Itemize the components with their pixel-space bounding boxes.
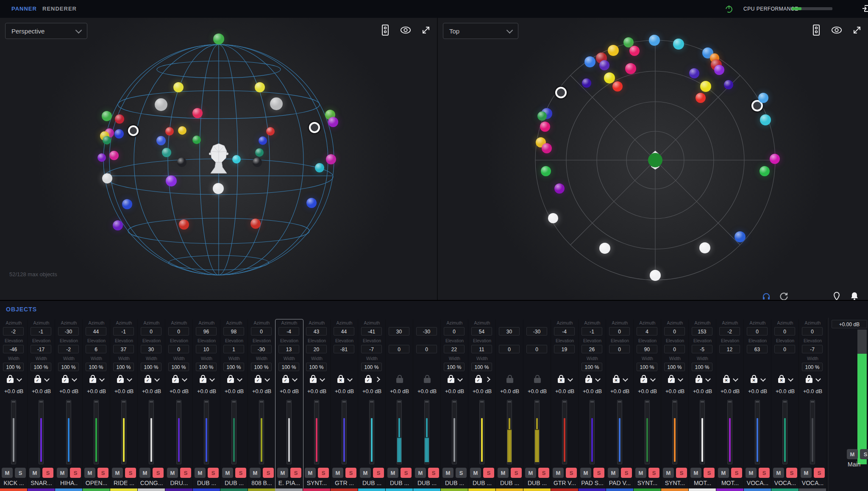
lock-icon[interactable] [396, 378, 403, 383]
object-fader[interactable] [562, 400, 567, 464]
lock-icon[interactable]: ✓ [640, 378, 647, 383]
mute-button[interactable]: M [470, 468, 481, 478]
elevation-value[interactable]: -30 [251, 345, 272, 353]
object-fader[interactable] [782, 400, 787, 464]
object-strip[interactable]: Azimuth-4Elevation19 ✕ +0.0 dB M S GTR V… [551, 319, 579, 491]
object-fader[interactable] [231, 400, 236, 464]
audio-object-ball[interactable] [192, 136, 201, 144]
elevation-value[interactable]: 0 [389, 345, 409, 353]
width-value[interactable]: 100 % [3, 363, 24, 371]
audio-object-ball[interactable] [542, 143, 552, 153]
width-value[interactable]: 100 % [692, 363, 712, 371]
elevation-value[interactable]: 6 [86, 345, 106, 353]
object-fader[interactable] [672, 400, 677, 464]
object-fader[interactable] [121, 400, 126, 464]
audio-object-ball[interactable] [326, 154, 336, 164]
solo-button[interactable]: S [814, 468, 825, 478]
solo-button[interactable]: S [180, 468, 191, 478]
chevron-down-icon[interactable] [347, 376, 353, 382]
object-strip[interactable]: Azimuth153Elevation-5Width100 % ✓ +0.0 d… [689, 319, 716, 491]
mute-button[interactable]: M [801, 468, 812, 478]
width-value[interactable]: 100 % [471, 363, 492, 371]
solo-button[interactable]: S [566, 468, 577, 478]
lock-icon[interactable]: ✕ [337, 378, 344, 383]
width-value[interactable]: 100 % [664, 363, 685, 371]
chevron-down-icon[interactable] [209, 376, 215, 382]
main-gain-value[interactable]: +0.00 dB [832, 320, 867, 328]
azimuth-value[interactable]: 44 [334, 327, 354, 336]
audio-object-ball[interactable] [253, 158, 262, 167]
object-fader[interactable] [287, 400, 292, 464]
azimuth-value[interactable]: 0 [141, 327, 161, 336]
object-strip[interactable]: Azimuth44Elevation-81 ✕ +0.0 dB M S GTR … [331, 319, 358, 491]
object-fader[interactable] [259, 400, 264, 464]
lock-icon[interactable] [424, 378, 431, 383]
solo-button[interactable]: S [731, 468, 742, 478]
object-strip[interactable]: Azimuth-41Elevation-7Width100 % ✓ +0.0 d… [358, 319, 386, 491]
lock-icon[interactable]: ✕ [778, 378, 785, 383]
audio-object-ball[interactable] [250, 219, 261, 229]
width-value[interactable]: 100 % [223, 363, 244, 371]
elevation-value[interactable]: 19 [554, 345, 575, 353]
lock-icon[interactable]: ✓ [696, 378, 702, 383]
object-strip[interactable]: Azimuth96Elevation10Width100 % ✓ +0.0 dB… [193, 319, 220, 491]
lock-icon[interactable]: ✕ [723, 378, 730, 383]
object-gain-value[interactable]: +0.0 dB [771, 388, 799, 394]
width-value[interactable]: 100 % [196, 363, 217, 371]
mute-button[interactable]: M [360, 468, 371, 478]
object-strip[interactable]: Azimuth-2Elevation-46Width100 % ✓ +0.0 d… [0, 319, 28, 491]
object-gain-value[interactable]: +0.0 dB [193, 388, 220, 394]
chevron-down-icon[interactable] [182, 376, 187, 382]
elevation-value[interactable]: -7 [802, 345, 823, 353]
solo-button[interactable]: S [42, 468, 53, 478]
audio-object-ball[interactable] [173, 82, 184, 92]
elevation-value[interactable]: -5 [692, 345, 712, 353]
main-solo-button[interactable]: S [860, 449, 868, 459]
elevation-value[interactable]: 0 [416, 345, 437, 353]
object-strip[interactable]: Azimuth-4Elevation13Width100 % ✓ +0.0 dB… [275, 319, 303, 491]
lock-icon[interactable]: ✓ [145, 378, 151, 383]
width-value[interactable]: 100 % [113, 363, 134, 371]
mute-button[interactable]: M [415, 468, 426, 478]
audio-object-ball[interactable] [673, 39, 684, 50]
solo-button[interactable]: S [290, 468, 301, 478]
object-gain-value[interactable]: +0.0 dB [220, 388, 248, 394]
audio-object-ball[interactable] [699, 242, 710, 253]
audio-object-ball[interactable] [696, 93, 706, 103]
audio-object-ball[interactable] [255, 148, 264, 157]
audio-object-ball[interactable] [758, 93, 768, 103]
object-strip[interactable]: Azimuth-1Elevation-17Width100 % ✓ +0.0 d… [28, 319, 55, 491]
audio-object-ball[interactable] [328, 117, 338, 127]
elevation-value[interactable]: -2 [58, 345, 79, 353]
mute-button[interactable]: M [222, 468, 233, 478]
audio-object-ball[interactable] [760, 114, 771, 125]
elevation-value[interactable]: 13 [278, 345, 299, 353]
object-fader[interactable] [204, 400, 209, 464]
object-gain-value[interactable]: +0.0 dB [55, 388, 83, 394]
object-strip[interactable]: Azimuth-1Elevation37Width100 % ✓ +0.0 dB… [110, 319, 138, 491]
solo-button[interactable]: S [15, 468, 26, 478]
object-strip[interactable]: Azimuth0Elevation-7Width100 % ✓ +0.0 dB … [799, 319, 826, 491]
view-mode-select[interactable]: Top [443, 23, 518, 39]
view-mode-select[interactable]: Perspective [5, 23, 87, 39]
object-fader[interactable] [755, 400, 760, 464]
solo-button[interactable]: S [538, 468, 549, 478]
object-gain-value[interactable]: +0.0 dB [275, 388, 303, 394]
chevron-right-icon[interactable] [485, 377, 490, 382]
width-value[interactable]: 100 % [361, 363, 382, 371]
mute-button[interactable]: M [57, 468, 68, 478]
audio-object-ball[interactable] [178, 126, 186, 135]
solo-button[interactable]: S [125, 468, 136, 478]
azimuth-value[interactable]: -30 [526, 327, 547, 336]
object-strip[interactable]: Azimuth0Elevation0 ✕ +0.0 dB M S VOCA... [771, 319, 799, 491]
object-gain-value[interactable]: +0.0 dB [165, 388, 193, 394]
chevron-down-icon[interactable] [815, 376, 821, 382]
azimuth-value[interactable]: -4 [278, 327, 299, 336]
chevron-down-icon[interactable] [292, 376, 298, 382]
expand-icon[interactable] [420, 25, 431, 36]
audio-object-ball[interactable] [760, 166, 770, 176]
mute-button[interactable]: M [746, 468, 757, 478]
solo-button[interactable]: S [153, 468, 164, 478]
fader-handle[interactable] [535, 429, 539, 463]
solo-button[interactable]: S [511, 468, 522, 478]
